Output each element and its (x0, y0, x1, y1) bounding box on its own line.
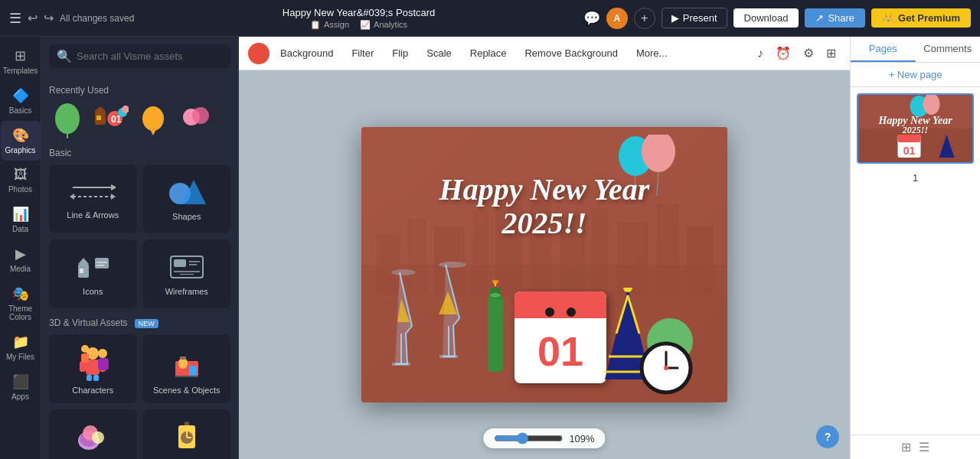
recent-item-3[interactable] (178, 102, 214, 138)
comment-icon[interactable]: 💬 (583, 10, 600, 27)
svg-rect-35 (87, 375, 92, 381)
flip-button[interactable]: Flip (384, 44, 416, 62)
asset-label-scenes-objects: Scenes & Objects (153, 386, 220, 395)
play-icon: ▶ (671, 12, 679, 24)
nav-item-graphics[interactable]: 🎨 Graphics (1, 121, 41, 161)
canvas-viewport: 01 (239, 70, 850, 459)
nav-item-basics[interactable]: 🔷 Basics (1, 81, 41, 121)
nav-item-data[interactable]: 📊 Data (1, 200, 41, 239)
svg-point-87 (664, 366, 668, 370)
basic-section-label: Basic (49, 148, 230, 158)
svg-marker-16 (111, 194, 116, 200)
search-input[interactable] (77, 50, 223, 62)
timer-icon-btn[interactable]: ⏰ (771, 43, 795, 63)
topbar: ☰ ↩ ↪ All changes saved Happy New Year&#… (0, 0, 980, 37)
svg-point-49 (92, 431, 104, 444)
canvas-card[interactable]: 01 (361, 127, 727, 402)
basic-grid: Line & Arrows Shapes (49, 164, 230, 308)
music-icon-btn[interactable]: ♪ (753, 44, 768, 63)
svg-marker-3 (95, 106, 106, 111)
right-panel: Pages Comments + New page Happy New Year… (850, 37, 980, 459)
new-badge: NEW (135, 319, 158, 328)
settings-icon-btn[interactable]: ⚙ (799, 43, 818, 63)
graphics-icon: 🎨 (12, 127, 29, 144)
nav-item-media[interactable]: ▶ Media (1, 239, 41, 279)
grid-icon-btn[interactable]: ⊞ (822, 43, 841, 63)
undo-button[interactable]: ↩ (28, 11, 38, 25)
nav-item-theme-colors[interactable]: 🎭 Theme Colors (1, 279, 41, 327)
crown-icon: 👑 (882, 12, 894, 24)
photos-icon: 🖼 (14, 167, 28, 183)
share-button[interactable]: ↗ Share (805, 8, 865, 28)
list-view-btn[interactable]: ☰ (919, 440, 929, 454)
svg-rect-44 (189, 366, 197, 376)
svg-point-0 (55, 103, 80, 134)
scale-button[interactable]: Scale (419, 44, 459, 62)
basics-icon: 🔷 (12, 87, 29, 104)
asset-card-wireframes[interactable]: Wireframes (143, 239, 231, 308)
saved-status: All changes saved (60, 13, 134, 24)
recent-item-2[interactable] (135, 102, 172, 138)
media-icon: ▶ (15, 246, 26, 262)
analytics-link[interactable]: 📈 Analytics (360, 20, 407, 30)
recently-used-label: Recently Used (49, 85, 230, 96)
zoom-slider[interactable] (494, 432, 563, 444)
menu-icon[interactable]: ☰ (9, 10, 21, 27)
document-title[interactable]: Happy New Year&#039;s Postcard (283, 7, 435, 18)
more-button[interactable]: More... (629, 44, 675, 62)
title-subactions: 📋 Assign 📈 Analytics (310, 20, 407, 30)
asset-card-line-arrows[interactable]: Line & Arrows (49, 164, 137, 233)
svg-rect-38 (98, 358, 109, 370)
nav-item-templates[interactable]: ⊞ Templates (1, 41, 41, 81)
grid-view-btn[interactable]: ⊞ (901, 440, 911, 454)
secondary-toolbar: Background Filter Flip Scale Replace Rem… (239, 37, 850, 70)
replace-button[interactable]: Replace (462, 44, 514, 62)
page-number-label: 1 (851, 170, 980, 187)
canvas-inner: 01 (361, 127, 727, 402)
avatar[interactable]: A (606, 8, 628, 29)
asset-card-scenes-objects[interactable]: Scenes & Objects (143, 334, 231, 403)
svg-rect-76 (439, 355, 458, 358)
assign-link[interactable]: 📋 Assign (310, 20, 349, 30)
add-button[interactable]: + (634, 8, 655, 29)
recent-item-1[interactable]: 01 (92, 102, 129, 138)
new-page-button[interactable]: + New page (851, 63, 980, 87)
page-thumbnail-1[interactable]: Happy New Year 2025!! 01 (857, 93, 974, 164)
asset-card-icons[interactable]: Icons (49, 239, 137, 308)
nav-item-photos[interactable]: 🖼 Photos (1, 161, 41, 200)
background-button[interactable]: Background (273, 44, 341, 62)
svg-rect-33 (80, 361, 86, 372)
svg-rect-43 (180, 356, 186, 360)
tab-pages[interactable]: Pages (851, 37, 916, 62)
recent-item-0[interactable] (49, 102, 86, 138)
asset-card-characters[interactable]: Characters (49, 334, 137, 403)
svg-rect-40 (81, 353, 89, 363)
asset-card-graphics[interactable]: Graphics (49, 409, 137, 459)
zoom-bar: 109% (483, 428, 605, 448)
asset-label-line-arrows: Line & Arrows (67, 210, 119, 220)
canvas-area: Background Filter Flip Scale Replace Rem… (239, 37, 850, 459)
3d-section-label: 3D & Virtual Assets NEW (49, 317, 230, 328)
download-button[interactable]: Download (733, 8, 799, 28)
asset-card-shapes[interactable]: Shapes (143, 164, 231, 233)
share-icon: ↗ (815, 12, 824, 24)
help-button[interactable]: ? (816, 425, 839, 448)
filter-button[interactable]: Filter (344, 44, 381, 62)
search-icon: 🔍 (57, 49, 72, 63)
asset-label-characters: Characters (72, 386, 113, 395)
canvas-title-container: Happy New Year 2025!! (361, 173, 727, 240)
asset-label-shapes: Shapes (172, 212, 201, 221)
nav-item-my-files[interactable]: 📁 My Files (1, 327, 41, 367)
asset-card-animations[interactable]: Animations (143, 409, 231, 459)
asset-label-icons: Icons (83, 287, 103, 296)
svg-rect-100 (898, 135, 921, 142)
svg-rect-88 (488, 295, 503, 372)
present-button[interactable]: ▶ Present (662, 8, 727, 28)
remove-bg-button[interactable]: Remove Background (517, 44, 625, 62)
svg-rect-26 (174, 259, 186, 267)
redo-button[interactable]: ↪ (44, 11, 54, 25)
premium-button[interactable]: 👑 Get Premium (871, 8, 971, 28)
selected-object-color (248, 43, 270, 64)
nav-item-apps[interactable]: ⬛ Apps (1, 367, 41, 407)
tab-comments[interactable]: Comments (916, 37, 981, 62)
